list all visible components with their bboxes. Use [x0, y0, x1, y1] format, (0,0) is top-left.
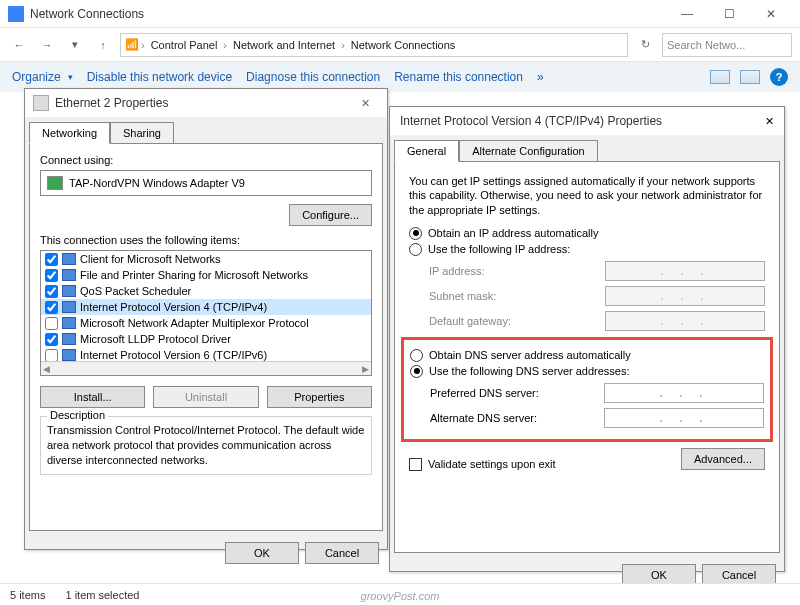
app-icon — [8, 6, 24, 22]
list-item[interactable]: Microsoft LLDP Protocol Driver — [80, 333, 231, 345]
chevron-icon: › — [141, 39, 145, 51]
radio-ip-manual[interactable]: Use the following IP address: — [409, 243, 765, 256]
address-bar: ← → ▾ ↑ 📶 › Control Panel › Network and … — [0, 28, 800, 62]
validate-checkbox[interactable]: Validate settings upon exit — [409, 458, 556, 471]
minimize-button[interactable]: — — [666, 0, 708, 28]
item-checkbox[interactable] — [45, 285, 58, 298]
items-label: This connection uses the following items… — [40, 234, 372, 246]
chevron-icon: › — [223, 39, 227, 51]
list-item[interactable]: Internet Protocol Version 4 (TCP/IPv4) — [80, 301, 267, 313]
item-checkbox[interactable] — [45, 333, 58, 346]
checkbox-icon — [409, 458, 422, 471]
component-icon — [62, 317, 76, 329]
view-options-icon[interactable] — [710, 70, 730, 84]
dialog-title: Ethernet 2 Properties — [55, 96, 351, 110]
adapter-icon — [33, 95, 49, 111]
ok-button[interactable]: OK — [225, 542, 299, 564]
item-checkbox[interactable] — [45, 269, 58, 282]
refresh-button[interactable]: ↻ — [634, 34, 656, 56]
cancel-button[interactable]: Cancel — [305, 542, 379, 564]
radio-icon — [409, 243, 422, 256]
window-title: Network Connections — [30, 7, 666, 21]
component-icon — [62, 253, 76, 265]
tab-general[interactable]: General — [394, 140, 459, 162]
more-commands[interactable]: » — [537, 70, 544, 84]
component-icon — [62, 301, 76, 313]
subnet-field: . . . — [605, 286, 765, 306]
selection-count: 1 item selected — [65, 589, 139, 601]
maximize-button[interactable]: ☐ — [708, 0, 750, 28]
ip-address-field: . . . — [605, 261, 765, 281]
radio-icon — [410, 365, 423, 378]
back-button[interactable]: ← — [8, 34, 30, 56]
radio-ip-auto[interactable]: Obtain an IP address automatically — [409, 227, 765, 240]
close-icon[interactable]: ✕ — [765, 115, 774, 128]
component-icon — [62, 269, 76, 281]
organize-menu[interactable]: Organize — [12, 70, 73, 84]
item-checkbox[interactable] — [45, 349, 58, 362]
help-icon[interactable]: ? — [770, 68, 788, 86]
tab-networking[interactable]: Networking — [29, 122, 110, 144]
list-item[interactable]: File and Printer Sharing for Microsoft N… — [80, 269, 308, 281]
close-icon[interactable]: ✕ — [351, 97, 379, 110]
search-input[interactable]: Search Netwo... — [662, 33, 792, 57]
forward-button[interactable]: → — [36, 34, 58, 56]
crumb-control-panel[interactable]: Control Panel — [147, 39, 222, 51]
info-text: You can get IP settings assigned automat… — [409, 174, 765, 217]
radio-dns-manual[interactable]: Use the following DNS server addresses: — [410, 365, 764, 378]
component-icon — [62, 349, 76, 361]
item-checkbox[interactable] — [45, 317, 58, 330]
item-checkbox[interactable] — [45, 253, 58, 266]
nic-icon — [47, 176, 63, 190]
rename-button[interactable]: Rename this connection — [394, 70, 523, 84]
explorer-titlebar: Network Connections — ☐ ✕ — [0, 0, 800, 28]
chevron-icon: › — [341, 39, 345, 51]
tab-alternate-config[interactable]: Alternate Configuration — [459, 140, 598, 162]
ip-address-label: IP address: — [429, 265, 605, 277]
description-text: Transmission Control Protocol/Internet P… — [47, 423, 365, 468]
properties-button[interactable]: Properties — [267, 386, 372, 408]
crumb-network-connections[interactable]: Network Connections — [347, 39, 460, 51]
up-button[interactable]: ↑ — [92, 34, 114, 56]
list-item[interactable]: Microsoft Network Adapter Multiplexor Pr… — [80, 317, 309, 329]
item-checkbox[interactable] — [45, 301, 58, 314]
preferred-dns-label: Preferred DNS server: — [430, 387, 604, 399]
alternate-dns-field[interactable]: . . . — [604, 408, 764, 428]
close-button[interactable]: ✕ — [750, 0, 792, 28]
dialog-title: Internet Protocol Version 4 (TCP/IPv4) P… — [400, 114, 765, 128]
preferred-dns-field[interactable]: . . . — [604, 383, 764, 403]
item-count: 5 items — [10, 589, 45, 601]
advanced-button[interactable]: Advanced... — [681, 448, 765, 470]
dns-highlight: Obtain DNS server address automatically … — [401, 337, 773, 442]
component-icon — [62, 333, 76, 345]
description-legend: Description — [47, 409, 108, 421]
preview-pane-icon[interactable] — [740, 70, 760, 84]
radio-icon — [409, 227, 422, 240]
tab-sharing[interactable]: Sharing — [110, 122, 174, 144]
configure-button[interactable]: Configure... — [289, 204, 372, 226]
adapter-field: TAP-NordVPN Windows Adapter V9 — [40, 170, 372, 196]
ipv4-properties-dialog: Internet Protocol Version 4 (TCP/IPv4) P… — [389, 106, 785, 572]
horizontal-scrollbar[interactable]: ◀▶ — [41, 361, 371, 375]
gateway-field: . . . — [605, 311, 765, 331]
diagnose-button[interactable]: Diagnose this connection — [246, 70, 380, 84]
uninstall-button: Uninstall — [153, 386, 258, 408]
network-items-list[interactable]: Client for Microsoft Networks File and P… — [40, 250, 372, 376]
gateway-label: Default gateway: — [429, 315, 605, 327]
alternate-dns-label: Alternate DNS server: — [430, 412, 604, 424]
adapter-name: TAP-NordVPN Windows Adapter V9 — [69, 177, 245, 189]
breadcrumb[interactable]: 📶 › Control Panel › Network and Internet… — [120, 33, 628, 57]
list-item[interactable]: Internet Protocol Version 6 (TCP/IPv6) — [80, 349, 267, 361]
subnet-label: Subnet mask: — [429, 290, 605, 302]
list-item[interactable]: QoS Packet Scheduler — [80, 285, 191, 297]
ethernet-properties-dialog: Ethernet 2 Properties ✕ Networking Shari… — [24, 88, 388, 550]
dropdown-history[interactable]: ▾ — [64, 34, 86, 56]
disable-device-button[interactable]: Disable this network device — [87, 70, 232, 84]
folder-icon: 📶 — [125, 38, 139, 51]
crumb-network-internet[interactable]: Network and Internet — [229, 39, 339, 51]
radio-dns-auto[interactable]: Obtain DNS server address automatically — [410, 349, 764, 362]
connect-using-label: Connect using: — [40, 154, 372, 166]
component-icon — [62, 285, 76, 297]
list-item[interactable]: Client for Microsoft Networks — [80, 253, 221, 265]
install-button[interactable]: Install... — [40, 386, 145, 408]
